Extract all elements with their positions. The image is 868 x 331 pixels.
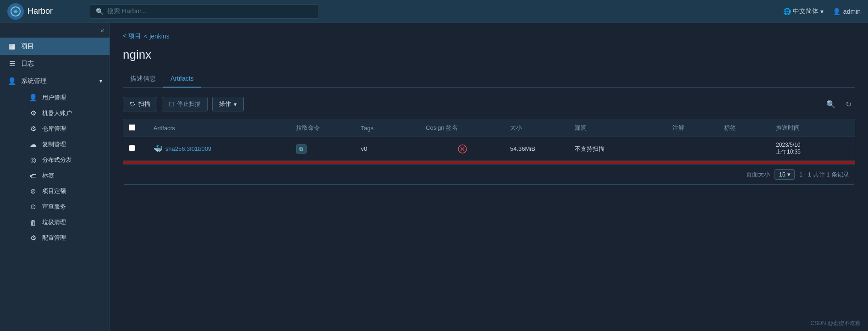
push-time-value: 上午10:35 bbox=[776, 148, 849, 156]
stop-scan-button[interactable]: ☐ 停止扫描 bbox=[162, 97, 208, 111]
col-header-size: 大小 bbox=[505, 119, 569, 137]
quota-icon: ⊘ bbox=[28, 187, 38, 195]
col-header-note: 注解 bbox=[667, 119, 719, 137]
user-menu[interactable]: 👤 admin bbox=[833, 8, 861, 15]
page-size-value: 15 bbox=[779, 171, 785, 178]
sidebar-item-robot-accounts[interactable]: ⚙ 机器人账户 bbox=[21, 105, 110, 121]
stop-checkbox-icon: ☐ bbox=[169, 101, 174, 108]
col-header-checkbox bbox=[123, 119, 148, 137]
toolbar: 🛡 扫描 ☐ 停止扫描 操作 ▾ 🔍 ↻ bbox=[123, 97, 855, 111]
sidebar-collapse-button[interactable]: « bbox=[0, 23, 110, 38]
artifact-link[interactable]: 🐳 sha256:3f01b009 bbox=[154, 144, 285, 153]
sidebar-item-config[interactable]: ⚙ 配置管理 bbox=[21, 230, 110, 246]
distribution-label: 分布式分发 bbox=[42, 156, 72, 164]
pagination: 页面大小 15 ▾ 1 - 1 共计 1 条记录 bbox=[123, 165, 855, 184]
warehouse-icon: ⚙ bbox=[28, 125, 38, 133]
sidebar-item-replication[interactable]: ☁ 复制管理 bbox=[21, 137, 110, 152]
toolbar-right: 🔍 ↻ bbox=[824, 97, 855, 111]
select-all-checkbox[interactable] bbox=[129, 124, 135, 131]
sidebar-item-warehouse[interactable]: ⚙ 仓库管理 bbox=[21, 121, 110, 137]
chevron-down-icon: ▾ bbox=[820, 8, 824, 15]
vuln-cell: 不支持扫描 bbox=[569, 137, 666, 161]
size-value: 54.36MiB bbox=[510, 145, 535, 152]
labels-label: 标签 bbox=[42, 171, 54, 180]
sidebar-projects-label: 项目 bbox=[21, 42, 34, 50]
action-button[interactable]: 操作 ▾ bbox=[212, 97, 244, 111]
sidebar-item-projects[interactable]: ▦ 项目 bbox=[0, 38, 110, 55]
user-mgmt-icon: 👤 bbox=[28, 94, 38, 102]
push-date: 2023/5/10 上午10:35 bbox=[776, 142, 849, 156]
audit-icon: ⊙ bbox=[28, 203, 38, 211]
lang-selector[interactable]: 🌐 中文简体 ▾ bbox=[783, 7, 824, 16]
scan-label: 扫描 bbox=[138, 100, 150, 108]
sidebar-item-user-mgmt[interactable]: 👤 用户管理 bbox=[21, 90, 110, 105]
col-header-label: 标签 bbox=[719, 119, 770, 137]
table-row: 🐳 sha256:3f01b009 ⧉ v0 bbox=[123, 137, 855, 161]
distribution-icon: ◎ bbox=[28, 156, 38, 164]
copy-icon: ⧉ bbox=[299, 146, 303, 152]
sidebar-logs-label: 日志 bbox=[21, 60, 34, 68]
audit-label: 审查服务 bbox=[42, 203, 66, 211]
table-body: 🐳 sha256:3f01b009 ⧉ v0 bbox=[123, 137, 855, 165]
app-name: Harbor bbox=[27, 6, 53, 16]
robot-icon: ⚙ bbox=[28, 109, 38, 117]
labels-icon: 🏷 bbox=[28, 172, 38, 180]
docker-icon: 🐳 bbox=[154, 144, 163, 153]
sidebar-item-sysadmin[interactable]: 👤 系统管理 ▾ bbox=[0, 72, 110, 90]
replication-label: 复制管理 bbox=[42, 140, 66, 149]
col-header-pull: 拉取命令 bbox=[291, 119, 355, 137]
cosign-cell bbox=[420, 137, 505, 161]
copy-pull-button[interactable]: ⧉ bbox=[296, 144, 307, 154]
red-bar-row bbox=[123, 161, 855, 165]
config-label: 配置管理 bbox=[42, 234, 66, 242]
app-logo: Harbor bbox=[7, 3, 90, 20]
replication-icon: ☁ bbox=[28, 140, 38, 149]
logo-icon bbox=[7, 3, 24, 20]
col-header-vuln: 漏洞 bbox=[569, 119, 666, 137]
refresh-button[interactable]: ↻ bbox=[841, 97, 855, 111]
sidebar-item-logs[interactable]: ☰ 日志 bbox=[0, 55, 110, 72]
main-layout: « ▦ 项目 ☰ 日志 👤 系统管理 ▾ 👤 用户管理 ⚙ 机器人账户 ⚙ bbox=[0, 23, 868, 331]
tab-artifacts[interactable]: Artifacts bbox=[163, 71, 201, 88]
chevron-down-icon: ▾ bbox=[99, 78, 102, 84]
page-title: nginx bbox=[123, 48, 855, 62]
watermark: CSDN @蜜蜜不吃糖 bbox=[810, 320, 861, 327]
sidebar-item-audit[interactable]: ⊙ 审查服务 bbox=[21, 199, 110, 215]
collapse-icon: « bbox=[100, 27, 104, 34]
page-size-select[interactable]: 15 ▾ bbox=[775, 169, 794, 180]
col-header-cosign: Cosign 签名 bbox=[420, 119, 505, 137]
shield-icon: 🛡 bbox=[130, 101, 136, 108]
pull-command-cell: ⧉ bbox=[291, 137, 355, 161]
vuln-status: 不支持扫描 bbox=[575, 145, 604, 152]
breadcrumb-project[interactable]: < 项目 bbox=[123, 32, 141, 40]
table-header: Artifacts 拉取命令 Tags Cosign 签名 大小 bbox=[123, 119, 855, 137]
action-chevron-icon: ▾ bbox=[234, 101, 237, 108]
sidebar-item-trash[interactable]: 🗑 垃圾清理 bbox=[21, 215, 110, 230]
label-cell bbox=[719, 137, 770, 161]
row-checkbox[interactable] bbox=[129, 145, 135, 151]
search-bar[interactable]: 🔍 搜索 Harbor... bbox=[90, 4, 319, 19]
tab-info[interactable]: 描述信息 bbox=[123, 71, 163, 88]
sidebar-item-project-quota[interactable]: ⊘ 项目定额 bbox=[21, 183, 110, 199]
red-bar bbox=[123, 161, 855, 165]
main-content: < 项目 < jenkins nginx 描述信息 Artifacts 🛡 扫描… bbox=[110, 23, 868, 331]
search-icon: 🔍 bbox=[96, 8, 104, 15]
config-icon: ⚙ bbox=[28, 234, 38, 242]
col-header-tags: Tags bbox=[356, 119, 420, 137]
pagination-summary: 1 - 1 共计 1 条记录 bbox=[799, 171, 849, 179]
tags-cell: v0 bbox=[356, 137, 420, 161]
breadcrumb: < 项目 < jenkins bbox=[123, 32, 855, 40]
lang-label: 中文简体 bbox=[793, 7, 819, 16]
trash-label: 垃圾清理 bbox=[42, 218, 66, 226]
navbar-right: 🌐 中文简体 ▾ 👤 admin bbox=[783, 7, 861, 16]
breadcrumb-jenkins[interactable]: < jenkins bbox=[144, 33, 170, 40]
sidebar-item-distribution[interactable]: ◎ 分布式分发 bbox=[21, 152, 110, 168]
sidebar-sysadmin-label: 系统管理 bbox=[21, 77, 47, 85]
refresh-icon: ↻ bbox=[846, 100, 852, 109]
col-header-artifacts: Artifacts bbox=[148, 119, 291, 137]
scan-button[interactable]: 🛡 扫描 bbox=[123, 97, 157, 111]
table: Artifacts 拉取命令 Tags Cosign 签名 大小 bbox=[123, 119, 855, 165]
search-button[interactable]: 🔍 bbox=[824, 97, 838, 111]
sidebar-item-labels[interactable]: 🏷 标签 bbox=[21, 168, 110, 183]
projects-icon: ▦ bbox=[7, 42, 16, 50]
